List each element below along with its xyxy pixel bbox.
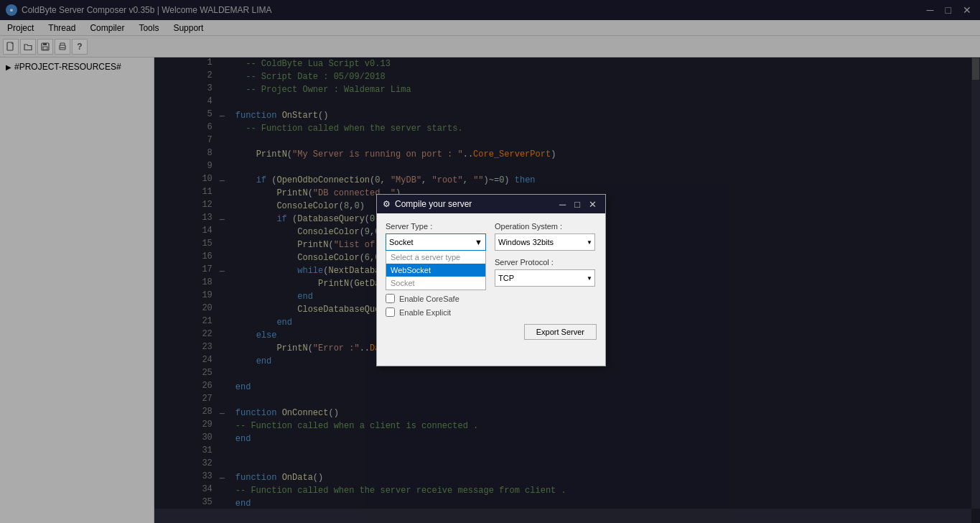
dropdown-option-socket[interactable]: Socket (386, 277, 485, 290)
explicit-label: Enable Explicit (399, 308, 451, 317)
dialog-content: Server Type : Socket ▼ Select a server t… (377, 213, 605, 348)
protocol-select-wrapper: TCP UDP ▼ (495, 269, 595, 287)
server-type-section: Server Type : Socket ▼ Select a server t… (386, 222, 486, 251)
dialog-icon: ⚙ (383, 199, 391, 209)
server-type-dropdown[interactable]: Socket ▼ Select a server type WebSocket … (386, 233, 486, 251)
operation-system-section: Operation System : Windows 32bits Window… (495, 222, 595, 251)
coresafe-checkbox[interactable] (386, 294, 395, 303)
explicit-row: Enable Explicit (386, 307, 597, 317)
coresafe-label: Enable CoreSafe (399, 295, 459, 303)
operation-system-label: Operation System : (495, 222, 595, 231)
dropdown-option-websocket[interactable]: WebSocket (386, 264, 485, 277)
dialog-maximize-button[interactable]: □ (571, 199, 583, 210)
dialog-actions: Export Server (386, 324, 597, 340)
server-type-dropdown-list: Select a server type WebSocket Socket (386, 251, 486, 290)
server-protocol-section: Server Protocol : TCP UDP ▼ (495, 258, 595, 287)
server-type-label: Server Type : (386, 222, 486, 231)
protocol-select[interactable]: TCP UDP (495, 269, 595, 287)
form-row-1: Server Type : Socket ▼ Select a server t… (386, 222, 597, 251)
server-type-display[interactable]: Socket ▼ (386, 233, 486, 251)
server-protocol-label: Server Protocol : (495, 258, 595, 267)
dropdown-option-placeholder[interactable]: Select a server type (386, 251, 485, 264)
dialog-titlebar: ⚙ Compile your server ─ □ ✕ (377, 195, 605, 213)
export-server-button[interactable]: Export Server (524, 324, 597, 340)
dialog-minimize-button[interactable]: ─ (556, 199, 569, 210)
coresafe-row: Enable CoreSafe (386, 294, 597, 303)
dialog-title: Compile your server (395, 199, 472, 209)
modal-overlay: ⚙ Compile your server ─ □ ✕ Server Type … (0, 0, 980, 523)
operation-system-select-wrapper: Windows 32bits Windows 64bits Linux 32bi… (495, 233, 595, 251)
explicit-checkbox[interactable] (386, 307, 395, 317)
operation-system-select[interactable]: Windows 32bits Windows 64bits Linux 32bi… (495, 233, 595, 251)
dialog-close-button[interactable]: ✕ (586, 199, 599, 210)
server-type-value: Socket (389, 238, 414, 246)
dropdown-arrow-icon: ▼ (475, 238, 482, 246)
compile-dialog: ⚙ Compile your server ─ □ ✕ Server Type … (376, 194, 606, 366)
